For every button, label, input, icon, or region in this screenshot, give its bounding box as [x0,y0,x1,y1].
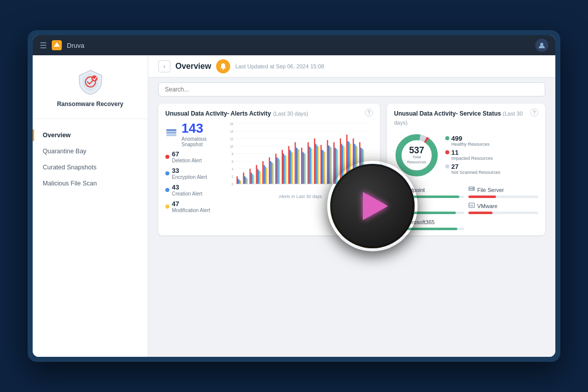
svg-rect-64 [297,149,298,184]
svg-rect-78 [321,145,322,184]
svg-rect-57 [285,156,286,184]
screen-inner: ☰ Druva [33,35,555,357]
screen-outer: ☰ Druva [28,30,560,362]
impacted-legend: 11 Impacted Resources [445,149,501,161]
search-bar-area [148,77,555,100]
deletion-count: 67 [172,150,202,158]
menu-icon[interactable]: ☰ [40,41,47,50]
last-updated-text: Last Updated at Sep 06, 2024 15:08 [235,63,324,69]
encryption-dot [165,171,169,175]
svg-rect-48 [271,162,272,184]
total-resources-count: 537 [406,146,428,155]
svg-rect-72 [310,148,311,184]
svg-point-116 [472,187,473,188]
svg-rect-29 [240,181,241,184]
svg-rect-31 [244,176,245,184]
svg-rect-40 [258,170,259,184]
svg-rect-65 [298,150,299,184]
modification-info: 47 Modification Alert [172,200,210,213]
svg-rect-32 [245,177,246,184]
donut-legend: 499 Healthy Resources 11 Impacted [445,135,501,175]
play-button-overlay[interactable] [327,161,418,251]
svg-rect-27 [238,179,239,184]
svg-rect-5 [166,129,176,131]
svg-rect-56 [284,155,285,184]
sidebar-nav: Overview Quarantine Bay Curated Snapshot… [33,119,148,200]
topbar: ☰ Druva [33,35,555,55]
svg-rect-46 [269,157,270,184]
alerts-card-title: Unusual Data Activity- Alerts Activity [165,110,271,117]
sidebar-item-curated-snapshots[interactable]: Curated Snapshots [33,159,148,175]
fileserver-bar [468,195,539,198]
svg-rect-66 [301,148,302,184]
svg-marker-0 [54,42,60,47]
svg-text:14: 14 [230,129,233,133]
creation-alert-row: 43 Creation Alert [165,183,221,197]
svg-rect-67 [303,152,304,184]
creation-label: Creation Alert [172,191,203,197]
sidebar-item-malicious-file-scan[interactable]: Malicious File Scan [33,175,148,191]
vmware-icon: VM [468,202,475,210]
svg-rect-34 [249,169,250,184]
svg-rect-26 [237,176,238,184]
encryption-alert-row: 33 Encryption Alert [165,167,221,180]
main-layout: Ransomware Recovery Overview Quarantine … [33,55,555,357]
svg-rect-61 [292,153,293,184]
svg-rect-53 [279,160,280,184]
svg-rect-71 [309,147,310,184]
svg-point-117 [472,189,473,190]
not-scanned-count: 27 [451,163,501,170]
svg-text:4: 4 [232,167,233,171]
notification-icon[interactable] [216,59,230,73]
not-scanned-legend: 27 Not Scanned Resources [445,163,501,175]
svg-text:2: 2 [232,174,233,178]
svg-rect-81 [324,152,325,184]
service-fileserver-name-row: File Server [468,186,539,194]
svg-rect-55 [283,154,284,184]
shield-icon [76,68,105,96]
encryption-info: 33 Encryption Alert [172,167,207,180]
search-input[interactable] [158,82,545,96]
play-circle[interactable] [327,161,418,251]
anomalous-count-value: 143 Anomalous Snapshot [181,121,221,147]
impacted-count: 11 [451,149,493,156]
user-avatar[interactable] [535,39,548,52]
svg-text:VM: VM [469,204,473,207]
svg-text:12: 12 [230,137,233,141]
svg-rect-36 [252,174,253,184]
vmware-bar [468,212,539,214]
deletion-alert-row: 67 Deletion Alert [165,150,221,163]
service-vmware: VM VMware [468,202,539,214]
svg-rect-63 [296,148,297,184]
alerts-help-icon[interactable]: ? [365,109,373,117]
svg-rect-73 [311,149,312,184]
fileserver-bar-fill [468,195,497,198]
service-help-icon[interactable]: ? [530,109,538,117]
svg-rect-47 [270,161,271,184]
svg-rect-62 [295,142,296,184]
impacted-label: Impacted Resources [451,156,493,161]
svg-rect-45 [266,168,267,184]
sidebar-item-overview[interactable]: Overview [33,127,148,143]
svg-rect-28 [239,180,240,184]
healthy-legend: 499 Healthy Resources [445,135,501,147]
content-area: ‹ Overview Last Updated at Sep 06, 2024 … [148,55,555,357]
svg-rect-50 [275,154,276,184]
back-icon: ‹ [163,63,165,69]
anomalous-count: 143 Anomalous Snapshot [165,121,221,147]
svg-rect-51 [276,157,277,184]
svg-rect-52 [278,158,279,184]
sidebar-item-quarantine-bay[interactable]: Quarantine Bay [33,143,148,159]
back-button[interactable]: ‹ [158,60,170,72]
sidebar-section-title: Ransomware Recovery [57,101,123,109]
svg-rect-7 [166,134,176,136]
healthy-info: 499 Healthy Resources [451,135,489,147]
healthy-dot [445,136,449,140]
alerts-card-header: Unusual Data Activity- Alerts Activity (… [158,104,380,121]
page-title: Overview [175,62,211,71]
svg-text:16: 16 [230,122,233,126]
impacted-dot [445,150,449,154]
svg-text:8: 8 [232,152,233,156]
svg-rect-79 [322,150,323,184]
stack-icon [165,127,177,142]
